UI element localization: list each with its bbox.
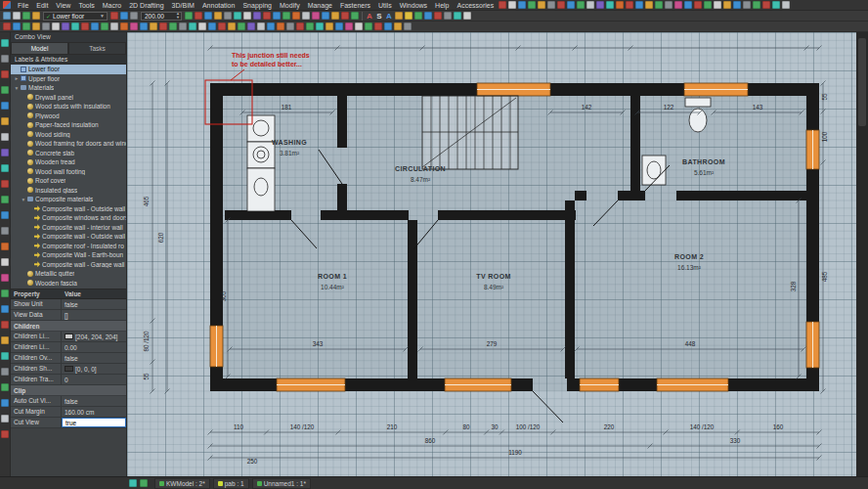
property-row[interactable]: Children Ov...false xyxy=(11,353,126,364)
toolbar-icon[interactable] xyxy=(1,180,9,188)
toolbar-icon[interactable] xyxy=(120,22,128,30)
toolbar-icon[interactable] xyxy=(753,1,760,9)
menu-annotation[interactable]: Annotation xyxy=(198,0,239,11)
toolbar-icon[interactable] xyxy=(179,22,187,30)
toolbar-icon[interactable] xyxy=(694,1,702,9)
toolbar-icon[interactable] xyxy=(405,12,412,20)
toolbar-icon[interactable] xyxy=(326,22,333,30)
toolbar-icon[interactable] xyxy=(626,1,633,9)
toolbar-icon[interactable] xyxy=(1,164,9,172)
tree-item[interactable]: Wood wall footing xyxy=(11,167,126,177)
toolbar-icon[interactable] xyxy=(253,12,261,20)
toolbar-icon[interactable] xyxy=(286,22,294,30)
toolbar-icon[interactable] xyxy=(1,227,9,235)
toolbar-icon[interactable] xyxy=(424,12,432,20)
toolbar-icon[interactable] xyxy=(577,1,585,9)
drawing-viewport[interactable]: WASHING3.81m²CIRCULATION8.47m²BATHROOM5.… xyxy=(127,32,856,476)
format-letter-button[interactable]: A xyxy=(384,12,394,21)
toolbar-icon[interactable] xyxy=(189,22,196,30)
toolbar-icon[interactable] xyxy=(762,1,770,9)
toolbar-icon[interactable] xyxy=(547,1,555,9)
toolbar-icon[interactable] xyxy=(674,1,682,9)
toolbar-icon[interactable] xyxy=(3,12,11,20)
toolbar-icon[interactable] xyxy=(306,22,314,30)
toolbar-icon[interactable] xyxy=(1,289,9,297)
tree-item[interactable]: Wood siding xyxy=(11,130,126,140)
tree-item[interactable]: ▸Upper floor xyxy=(11,74,126,84)
tree-item[interactable]: Composite Wall - Earth-boun xyxy=(11,250,126,260)
toolbar-icon[interactable] xyxy=(586,1,594,9)
spinner-arrows-icon[interactable]: ▲▼ xyxy=(176,12,180,20)
toolbar-icon[interactable] xyxy=(1,321,9,329)
toolbar-icon[interactable] xyxy=(508,1,516,9)
toolbar-icon[interactable] xyxy=(1,430,9,438)
menu-2d-drafting[interactable]: 2D Drafting xyxy=(125,0,167,11)
toolbar-icon[interactable] xyxy=(1,133,9,141)
toolbar-icon[interactable] xyxy=(150,22,157,30)
property-row[interactable]: Cut Viewtrue xyxy=(11,418,126,428)
toolbar-icon[interactable] xyxy=(1,86,9,94)
format-letter-button[interactable]: S xyxy=(374,12,384,21)
toolbar-icon[interactable] xyxy=(463,12,471,20)
menu-manage[interactable]: Manage xyxy=(304,0,336,11)
toolbar-icon[interactable] xyxy=(140,22,148,30)
toolbar-icon[interactable] xyxy=(1,336,9,344)
toolbar-icon[interactable] xyxy=(218,22,226,30)
menu-utils[interactable]: Utils xyxy=(374,0,396,11)
toolbar-icon[interactable] xyxy=(1,211,9,219)
toolbar-icon[interactable] xyxy=(567,1,575,9)
toolbar-icon[interactable] xyxy=(263,12,271,20)
toolbar-icon[interactable] xyxy=(42,22,50,30)
toolbar-icon[interactable] xyxy=(277,22,284,30)
tree-item[interactable]: Composite wall - interior wall xyxy=(11,223,126,233)
tree-item[interactable]: Lower floor xyxy=(11,65,126,74)
toolbar-icon[interactable] xyxy=(71,22,79,30)
toolbar-icon[interactable] xyxy=(267,22,275,30)
tree-item[interactable]: Composite wall - Garage wall xyxy=(11,260,126,270)
toolbar-icon[interactable] xyxy=(714,1,721,9)
toolbar-icon[interactable] xyxy=(214,12,222,20)
toolbar-icon[interactable] xyxy=(185,12,193,20)
toolbar-icon[interactable] xyxy=(1,274,9,282)
menu-help[interactable]: Help xyxy=(431,0,453,11)
toolbar-icon[interactable] xyxy=(1,399,9,407)
toolbar-icon[interactable] xyxy=(616,1,624,9)
staircase[interactable] xyxy=(422,96,518,169)
property-row[interactable]: Show Unitfalse xyxy=(11,299,126,310)
menu-3d-bim[interactable]: 3D/BIM xyxy=(168,0,198,11)
toolbar-icon[interactable] xyxy=(130,22,138,30)
bathroom-sink[interactable] xyxy=(642,156,666,185)
toolbar-icon[interactable] xyxy=(1,149,9,156)
toolbar-icon[interactable] xyxy=(341,12,349,20)
document-tab[interactable]: KWModel : 2* xyxy=(154,478,210,489)
toolbar-icon[interactable] xyxy=(395,12,403,20)
toolbar-icon[interactable] xyxy=(1,117,9,125)
menu-fasteners[interactable]: Fasteners xyxy=(336,0,374,11)
toolbar-icon[interactable] xyxy=(257,22,265,30)
toolbar-icon[interactable] xyxy=(335,22,343,30)
toolbar-icon[interactable] xyxy=(1,368,9,376)
tree-item[interactable]: Drywall panel xyxy=(11,93,126,103)
tree-item[interactable]: ▾Materials xyxy=(11,83,126,93)
dryer[interactable] xyxy=(247,142,275,168)
toolbar-icon[interactable] xyxy=(243,12,251,20)
document-tab[interactable]: Unnamed1 : 1* xyxy=(252,478,311,489)
toolbar-icon[interactable] xyxy=(110,12,118,20)
toolbar-icon[interactable] xyxy=(772,1,780,9)
toolbar-icon[interactable] xyxy=(101,22,108,30)
toolbar-icon[interactable] xyxy=(723,1,731,9)
toolbar-icon[interactable] xyxy=(665,1,673,9)
size-spinbox[interactable]: 200.00 ▲▼ xyxy=(141,12,182,21)
toolbar-icon[interactable] xyxy=(169,22,177,30)
tree-item[interactable]: Composite windows and doors xyxy=(11,213,126,223)
toolbar-icon[interactable] xyxy=(273,12,281,20)
toolbar-icon[interactable] xyxy=(743,1,751,9)
toolbar-icon[interactable] xyxy=(414,12,422,20)
toolbar-icon[interactable] xyxy=(1,415,9,422)
toolbar-icon[interactable] xyxy=(1,39,9,47)
toolbar-icon[interactable] xyxy=(518,1,526,9)
tree-item[interactable]: Insulated glass xyxy=(11,186,126,196)
toolbar-icon[interactable] xyxy=(444,12,452,20)
toolbar-icon[interactable] xyxy=(234,12,241,20)
toolbar-icon[interactable] xyxy=(528,1,536,9)
